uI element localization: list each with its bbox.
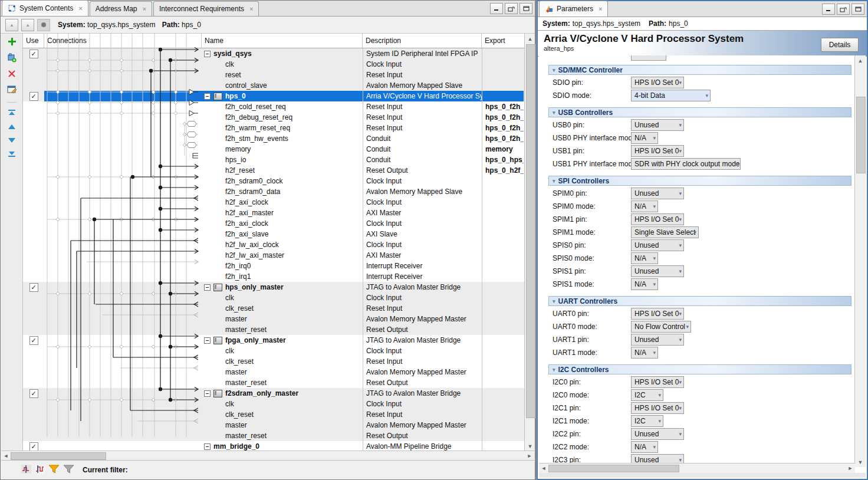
name-cell[interactable]: f2h_warm_reset_req bbox=[202, 123, 363, 133]
export-cell[interactable] bbox=[482, 303, 524, 314]
connections-cell[interactable] bbox=[44, 303, 202, 314]
export-cell[interactable] bbox=[482, 292, 524, 303]
dropdown-i2c2-pin[interactable]: Unused▾ bbox=[631, 428, 684, 440]
name-cell[interactable]: clk_reset bbox=[202, 303, 363, 314]
scroll-down-icon[interactable]: ▼ bbox=[525, 442, 535, 451]
remove-icon[interactable] bbox=[8, 70, 16, 80]
connections-cell[interactable] bbox=[44, 186, 202, 197]
dropdown-usb1-pin[interactable]: HPS I/O Set 0▾ bbox=[631, 145, 684, 157]
clear-filter-icon[interactable] bbox=[63, 464, 74, 475]
export-cell[interactable] bbox=[482, 239, 524, 250]
move-up-icon[interactable] bbox=[8, 123, 16, 131]
connections-cell[interactable] bbox=[44, 144, 202, 154]
tab-interconnect-requirements[interactable]: Interconnect Requirements × bbox=[153, 1, 259, 16]
export-cell[interactable] bbox=[482, 441, 524, 451]
table-row[interactable]: f2h_debug_reset_reqReset Inputhps_0_f2h_… bbox=[23, 112, 524, 123]
name-cell[interactable]: hps_only_master bbox=[202, 282, 363, 292]
name-cell[interactable]: control_slave bbox=[202, 80, 363, 91]
name-cell[interactable]: f2h_irq0 bbox=[202, 261, 363, 271]
export-cell[interactable] bbox=[482, 250, 524, 261]
collapse-box-icon[interactable] bbox=[204, 51, 211, 57]
collapse-triangle-icon[interactable]: ▾ bbox=[553, 298, 555, 304]
table-row[interactable]: clk_resetReset Input bbox=[23, 356, 524, 367]
connections-cell[interactable] bbox=[44, 377, 202, 388]
dropdown-spis0-mode[interactable]: N/A▾ bbox=[631, 252, 658, 264]
table-row[interactable]: clkClock Input bbox=[23, 346, 524, 356]
table-row[interactable]: f2h_warm_reset_reqReset Inputhps_0_f2h_w… bbox=[23, 123, 524, 133]
name-cell[interactable]: master bbox=[202, 367, 363, 377]
table-row[interactable]: ✓mm_bridge_0Avalon-MM Pipeline Bridge bbox=[23, 441, 524, 451]
column-header-export[interactable]: Export bbox=[482, 34, 524, 48]
name-cell[interactable]: f2h_sdram0_data bbox=[202, 186, 363, 197]
connections-cell[interactable] bbox=[44, 388, 202, 399]
name-cell[interactable]: master_reset bbox=[202, 377, 363, 388]
export-cell[interactable] bbox=[482, 314, 524, 324]
dropdown-i2c1-pin[interactable]: HPS I/O Set 0▾ bbox=[631, 402, 684, 414]
clock-crossing-icon[interactable] bbox=[21, 465, 31, 475]
scrollbar-thumb[interactable] bbox=[11, 452, 106, 460]
use-checkbox[interactable]: ✓ bbox=[29, 283, 38, 292]
collapse-box-icon[interactable] bbox=[204, 284, 211, 291]
dropdown-uart0-mode[interactable]: No Flow Control▾ bbox=[631, 321, 691, 333]
scroll-left-icon[interactable]: ◄ bbox=[540, 464, 548, 472]
table-row[interactable]: f2h_axi_clockClock Input bbox=[23, 218, 524, 229]
table-row[interactable]: f2h_axi_slaveAXI Slave bbox=[23, 229, 524, 239]
use-checkbox[interactable]: ✓ bbox=[29, 50, 38, 58]
minimize-button[interactable] bbox=[490, 3, 503, 14]
scroll-up-icon[interactable]: ▲ bbox=[525, 34, 535, 43]
scroll-right-icon[interactable]: ► bbox=[846, 464, 854, 472]
name-cell[interactable]: clk_reset bbox=[202, 409, 363, 420]
scrollbar-thumb[interactable] bbox=[856, 97, 866, 173]
scroll-right-icon[interactable]: ► bbox=[525, 452, 534, 459]
dropdown-spim0-pin[interactable]: Unused▾ bbox=[631, 188, 684, 199]
column-header-name[interactable]: Name bbox=[202, 34, 363, 48]
move-top-icon[interactable] bbox=[8, 109, 16, 118]
collapse-box-icon[interactable] bbox=[204, 390, 211, 397]
filter-system-icon[interactable] bbox=[37, 19, 50, 31]
clipped-dropdown[interactable] bbox=[631, 55, 666, 61]
details-button[interactable]: Details bbox=[821, 38, 859, 52]
add-component-icon[interactable] bbox=[8, 37, 17, 48]
connections-cell[interactable] bbox=[44, 346, 202, 356]
export-cell[interactable] bbox=[482, 335, 524, 346]
connections-cell[interactable] bbox=[44, 133, 202, 144]
connections-cell[interactable] bbox=[44, 282, 202, 292]
connections-cell[interactable] bbox=[44, 430, 202, 441]
name-cell[interactable]: master bbox=[202, 314, 363, 324]
connections-cell[interactable] bbox=[44, 271, 202, 282]
table-row[interactable]: masterAvalon Memory Mapped Master bbox=[23, 314, 524, 324]
maximize-button[interactable] bbox=[520, 3, 532, 14]
use-checkbox[interactable]: ✓ bbox=[29, 389, 38, 398]
table-row[interactable]: h2f_axi_masterAXI Master bbox=[23, 208, 524, 218]
table-row[interactable]: h2f_axi_clockClock Input bbox=[23, 197, 524, 208]
table-row[interactable]: ✓hps_only_masterJTAG to Avalon Master Br… bbox=[23, 282, 524, 292]
column-header-connections[interactable]: Connections bbox=[44, 34, 202, 48]
scrollbar-thumb[interactable] bbox=[548, 465, 679, 472]
name-cell[interactable]: clk_reset bbox=[202, 356, 363, 367]
float-button[interactable] bbox=[837, 4, 850, 15]
table-row[interactable]: f2h_sdram0_clockClock Input bbox=[23, 176, 524, 186]
dropdown-spim1-mode[interactable]: Single Slave Select▾ bbox=[631, 226, 699, 238]
export-cell[interactable]: hps_0_h2f_reset bbox=[482, 165, 524, 176]
export-cell[interactable] bbox=[482, 271, 524, 282]
export-cell[interactable] bbox=[482, 409, 524, 420]
name-cell[interactable]: h2f_axi_clock bbox=[202, 197, 363, 208]
dropdown-sdio-pin[interactable]: HPS I/O Set 0▾ bbox=[631, 77, 684, 88]
table-row[interactable]: hps_ioConduithps_0_hps_io bbox=[23, 154, 524, 165]
scrollbar-thumb[interactable] bbox=[526, 44, 535, 418]
tab-system-contents[interactable]: System Contents × bbox=[2, 0, 88, 16]
column-header-use[interactable]: Use bbox=[23, 34, 44, 48]
table-row[interactable]: resetReset Input bbox=[23, 70, 524, 80]
connections-cell[interactable] bbox=[44, 218, 202, 229]
export-cell[interactable] bbox=[482, 186, 524, 197]
name-cell[interactable]: sysid_qsys bbox=[202, 48, 363, 59]
connections-cell[interactable] bbox=[44, 335, 202, 346]
table-row[interactable]: master_resetReset Output bbox=[23, 430, 524, 441]
export-cell[interactable] bbox=[482, 430, 524, 441]
name-cell[interactable]: mm_bridge_0 bbox=[202, 441, 363, 451]
name-cell[interactable]: clk bbox=[202, 59, 363, 70]
export-cell[interactable] bbox=[482, 324, 524, 335]
collapse-triangle-icon[interactable]: ▾ bbox=[553, 367, 555, 373]
tab-close-icon[interactable]: × bbox=[599, 5, 602, 12]
dropdown-usb0-pin[interactable]: Unused▾ bbox=[631, 119, 684, 131]
